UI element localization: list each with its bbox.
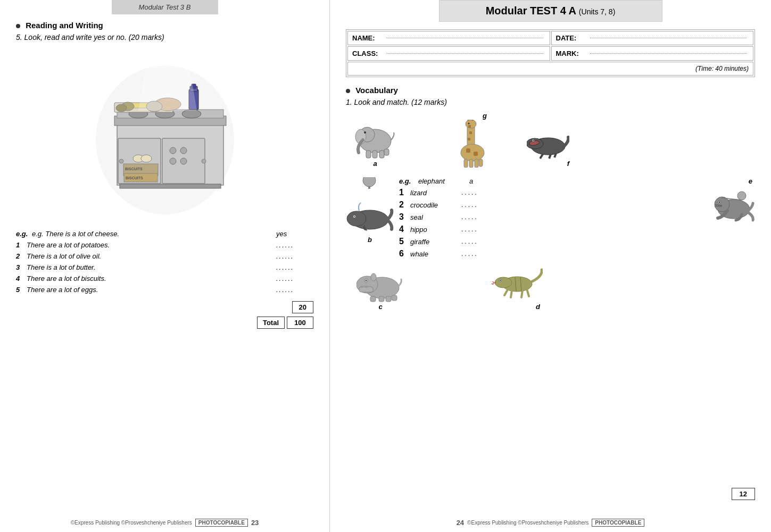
m4-word: hippo — [410, 226, 458, 234]
label-g: g — [483, 112, 487, 120]
svg-rect-47 — [474, 152, 478, 156]
svg-point-83 — [366, 280, 367, 281]
left-page-header: Modular Test 3 B — [112, 0, 218, 14]
q1-answer: ...... — [276, 241, 313, 249]
animal-d: d — [490, 265, 543, 311]
example-answer: yes — [276, 230, 313, 238]
q5-text: There are a lot of eggs. — [27, 286, 271, 294]
svg-point-84 — [371, 273, 376, 281]
svg-line-95 — [521, 290, 523, 297]
svg-text:BISCUITS: BISCUITS — [125, 167, 143, 171]
svg-rect-50 — [475, 159, 478, 168]
label-e: e — [749, 177, 752, 185]
svg-rect-44 — [468, 138, 470, 140]
label-c: c — [378, 303, 382, 311]
svg-line-61 — [554, 153, 556, 157]
m2-num: 2 — [399, 200, 407, 210]
top-animals-row: a g — [346, 112, 755, 168]
example-text: e.g. There is a lot of cheese. — [32, 230, 271, 238]
m1-word: lizard — [410, 189, 458, 197]
right-page: Modular TEST 4 A (Units 7, 8) NAME: DATE… — [330, 0, 771, 532]
left-page-num: 23 — [251, 519, 259, 527]
kitchen-illustration: BISCUITS BISCUITS — [85, 47, 245, 222]
m6-num: 6 — [399, 249, 407, 259]
example-match-answer: a — [469, 177, 473, 185]
right-page-header: Modular TEST 4 A (Units 7, 8) — [439, 0, 662, 22]
exercise-5-title: 5. Look, read and write yes or no. (20 m… — [16, 33, 313, 41]
elephant-svg — [351, 120, 399, 160]
left-copyright: ©Express Publishing ©Prosveshcheniye Pub… — [71, 520, 192, 526]
info-table: NAME: DATE: CLASS: MARK: — [346, 29, 755, 77]
svg-point-13 — [141, 155, 152, 162]
animal-a: a — [351, 120, 399, 168]
animal-c: c — [357, 265, 404, 311]
svg-point-54 — [468, 123, 470, 124]
q2-num: 2 — [16, 252, 27, 260]
date-label: DATE: — [556, 34, 588, 42]
svg-point-67 — [354, 216, 355, 217]
svg-point-14 — [170, 147, 176, 154]
q1-num: 1 — [16, 241, 27, 249]
vocab-section: Vocabulary 1. Look and match. (12 marks) — [346, 86, 755, 311]
score-row: 20 — [16, 301, 313, 313]
match-list: e.g. elephant a 1 lizard ..... 2 crocodi… — [399, 172, 707, 261]
mark-label: MARK: — [556, 49, 588, 57]
svg-point-21 — [182, 110, 201, 118]
right-page-num: 24 — [457, 519, 464, 527]
whale-svg — [346, 177, 394, 236]
m5-word: giraffe — [410, 238, 458, 246]
svg-rect-3 — [120, 184, 221, 188]
animal-b: b — [346, 177, 394, 244]
m3-dots: ..... — [461, 213, 478, 221]
svg-rect-51 — [479, 159, 483, 167]
questions-section: e.g. e.g. There is a lot of cheese. yes … — [16, 230, 313, 297]
svg-point-15 — [180, 147, 187, 154]
left-photocopiable: PHOTOCOPIABLE — [195, 519, 248, 527]
section-vocab: Vocabulary — [346, 86, 755, 95]
m6-dots: ..... — [461, 250, 478, 257]
svg-point-65 — [347, 211, 366, 226]
name-label: NAME: — [352, 34, 384, 42]
q4-text: There are a lot of biscuits. — [27, 275, 271, 282]
animal-g: g — [452, 112, 490, 168]
svg-rect-85 — [370, 296, 376, 302]
svg-point-71 — [719, 202, 720, 203]
exercise-1-title: 1. Look and match. (12 marks) — [346, 98, 755, 106]
m4-num: 4 — [399, 225, 407, 234]
svg-point-75 — [737, 192, 746, 200]
units-label: (Units 7, 8) — [579, 7, 615, 16]
svg-text:BISCUITS: BISCUITS — [126, 176, 143, 180]
match-3: 3 seal ..... — [399, 212, 707, 222]
question-1: 1 There are a lot of potatoes. ...... — [16, 241, 313, 249]
question-5: 5 There are a lot of eggs. ...... — [16, 286, 313, 294]
kitchen-svg: BISCUITS BISCUITS — [85, 47, 245, 222]
svg-rect-43 — [469, 131, 472, 134]
total-label: Total — [257, 317, 285, 329]
animal-e: e — [712, 177, 755, 222]
example-num: e.g. — [16, 230, 32, 238]
q2-text: There is a lot of olive oil. — [27, 252, 271, 260]
q3-num: 3 — [16, 263, 27, 271]
match-1: 1 lizard ..... — [399, 188, 707, 197]
match-6: 6 whale ..... — [399, 249, 707, 259]
svg-rect-42 — [468, 125, 471, 128]
m1-num: 1 — [399, 188, 407, 197]
time-cell: (Time: 40 minutes) — [347, 62, 753, 76]
total-score: 100 — [287, 317, 313, 329]
svg-rect-37 — [372, 151, 377, 158]
m5-dots: ..... — [461, 238, 478, 245]
svg-point-90 — [495, 277, 512, 288]
svg-rect-48 — [464, 159, 468, 168]
exercise-score: 20 — [292, 301, 313, 313]
svg-rect-46 — [466, 148, 470, 153]
example-match: e.g. elephant a — [399, 177, 707, 185]
q3-text: There is a lot of butter. — [27, 263, 271, 271]
vocab-bullet-icon — [346, 89, 350, 93]
svg-point-45 — [461, 144, 484, 161]
m1-dots: ..... — [461, 189, 478, 196]
seal-svg — [712, 185, 755, 222]
q2-answer: ...... — [276, 252, 313, 260]
middle-section: b e.g. elephant a 1 lizard ..... 2 croco… — [346, 172, 755, 261]
label-a: a — [373, 160, 377, 168]
match-4: 4 hippo ..... — [399, 225, 707, 234]
